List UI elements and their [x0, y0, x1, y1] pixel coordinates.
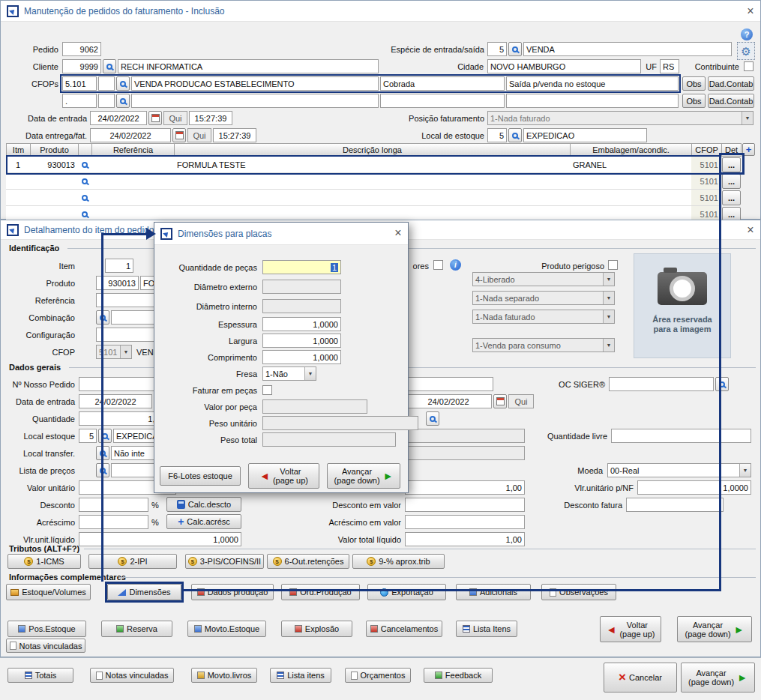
cidade-field[interactable]: NOVO HAMBURGO	[487, 59, 641, 73]
icms-button[interactable]: 1-ICMS	[7, 554, 81, 569]
data-entrada-calendar-button[interactable]	[148, 111, 162, 125]
local-estoque-desc-field[interactable]: EXPEDICAO	[523, 128, 647, 142]
acrescimo-valor-field[interactable]	[405, 515, 525, 529]
main-close-icon[interactable]	[744, 5, 757, 17]
notas-vinculadas-button[interactable]: Notas vinculadas	[6, 639, 85, 653]
data-entrada-calendar-button[interactable]	[493, 394, 507, 408]
cliente-name-field[interactable]: RECH INFORMATICA	[118, 59, 379, 73]
obs-button[interactable]: Obs	[682, 76, 706, 91]
local-estoque-lookup-button[interactable]	[98, 429, 112, 443]
out-retencoes-button[interactable]: 6-Out.retenções	[267, 554, 349, 569]
especie-lookup-button[interactable]	[508, 42, 522, 56]
detail-close-icon[interactable]	[744, 224, 757, 236]
lista-itens-button[interactable]: Lista Itens	[456, 621, 517, 637]
local-estoque-code-field[interactable]: 5	[79, 429, 97, 443]
data-entrega-calendar-button[interactable]	[172, 128, 186, 142]
fresa-combo[interactable]: 1-Não	[262, 366, 316, 381]
modal-voltar-button[interactable]: Voltar(page up)	[248, 463, 319, 489]
grid-cell-lookup[interactable]	[78, 190, 92, 206]
grid-cell-itm[interactable]	[6, 190, 31, 206]
cfop2-saida-field[interactable]	[506, 94, 679, 108]
ord-producao-button[interactable]: Ord.Produção	[281, 584, 360, 600]
grid-det-button[interactable]: ...	[722, 190, 741, 205]
especie-desc-field[interactable]: VENDA	[523, 42, 732, 56]
grid-cell-produto[interactable]	[30, 190, 79, 206]
observacoes-button[interactable]: Observações	[541, 584, 616, 600]
modal-close-icon[interactable]	[391, 227, 405, 239]
grid-cell-embalagem[interactable]	[570, 190, 692, 206]
cancelamentos-button[interactable]: Cancelamentos	[366, 621, 442, 637]
data-entrada-field[interactable]: 24/02/2022	[90, 111, 147, 125]
status-checkbox[interactable]	[433, 260, 443, 270]
avancar-button[interactable]: Avançar(page down)	[677, 616, 752, 642]
data-entrada-field-2[interactable]: 24/02/2022	[405, 394, 492, 408]
grid-cell-produto[interactable]	[30, 173, 79, 190]
grid-cell-referencia[interactable]	[91, 190, 175, 206]
quantidade-pecas-field[interactable]: 1	[262, 260, 341, 274]
dados-producao-button[interactable]: Dados produção	[191, 584, 274, 600]
feedback-button[interactable]: Feedback	[424, 668, 493, 683]
pis-cofins-button[interactable]: 3-PIS/COFINS/II	[185, 554, 264, 569]
cliente-lookup-button[interactable]	[103, 59, 116, 73]
dad-contab-button[interactable]: Dad.Contab	[708, 76, 754, 91]
vlr-unitario-nf-field[interactable]: 1,0000	[637, 480, 751, 495]
oc-siger-field[interactable]	[609, 377, 714, 391]
movto-livros-button[interactable]: Movto.livros	[191, 668, 257, 683]
obs2-button[interactable]: Obs	[682, 94, 706, 108]
calc-desconto-button[interactable]: Calc.descto	[166, 497, 241, 512]
cancelar-button[interactable]: Cancelar	[604, 663, 677, 693]
cfop2-sub-field[interactable]	[98, 94, 115, 108]
cfop2-desc-field[interactable]	[131, 94, 379, 108]
grid-cell-itm[interactable]	[6, 173, 31, 190]
desconto-fatura-field[interactable]	[626, 498, 724, 512]
exportacao-button[interactable]: Exportação	[367, 584, 446, 600]
help-icon[interactable]	[741, 28, 753, 40]
grid-cell-lookup[interactable]	[78, 173, 92, 190]
valor-total-field[interactable]: 1,00	[405, 480, 525, 495]
grid-cell-descricao[interactable]	[174, 190, 571, 206]
dad-contab2-button[interactable]: Dad.Contab	[708, 94, 754, 108]
cfop2-cobrada-field[interactable]	[380, 94, 505, 108]
voltar-button[interactable]: Voltar(page up)	[600, 616, 661, 642]
cliente-code-field[interactable]: 9999	[62, 59, 101, 73]
grid-det-button[interactable]: ...	[722, 174, 741, 189]
aprox-trib-button[interactable]: 9-% aprox.trib	[352, 554, 445, 569]
quantidade-livre-field[interactable]	[611, 429, 751, 443]
contribuinte-checkbox[interactable]	[744, 61, 754, 71]
especie-code-field[interactable]: 5	[487, 42, 507, 56]
moeda-combo[interactable]: 00-Real	[607, 463, 751, 477]
local-estoque-lookup-button[interactable]	[508, 128, 522, 142]
data-entrega-time-field[interactable]: 15:27:39	[213, 128, 256, 142]
totais-button[interactable]: Totais	[7, 668, 73, 683]
estoque-volumes-button[interactable]: Estoque/Volumes	[6, 584, 91, 600]
data-entrada-time-field[interactable]: 15:27:39	[189, 111, 232, 125]
largura-field[interactable]: 1,0000	[262, 334, 341, 348]
local-estoque-code-field[interactable]: 5	[487, 128, 507, 142]
espessura-field[interactable]: 1,0000	[262, 317, 341, 331]
cfop2-lookup-button[interactable]	[116, 94, 130, 108]
faturar-pecas-checkbox[interactable]	[262, 385, 272, 395]
data-entrega-field[interactable]: 24/02/2022	[90, 128, 171, 142]
grid-cell-descricao[interactable]	[174, 173, 571, 190]
avancar-bottom-button[interactable]: Avançar(page down)	[681, 663, 755, 693]
explosao-button[interactable]: Explosão	[281, 621, 352, 637]
notas-vinculadas-bottom-button[interactable]: Notas vinculadas	[90, 668, 174, 683]
lotes-estoque-button[interactable]: F6-Lotes estoque	[160, 466, 241, 486]
reserva-button[interactable]: Reserva	[101, 621, 172, 637]
grid-cell-embalagem[interactable]	[570, 173, 692, 190]
data-entrada-field[interactable]: 24/02/2022	[79, 394, 152, 408]
quantidade-lookup-button[interactable]	[426, 411, 439, 426]
grid-cell-cfop[interactable]: 5101	[691, 190, 722, 206]
lista-itens-bottom-button[interactable]: Lista itens	[270, 668, 331, 683]
info-icon[interactable]	[450, 259, 461, 271]
grid-cell-referencia[interactable]	[91, 173, 175, 190]
comprimento-field[interactable]: 1,0000	[262, 350, 341, 364]
pedido-field[interactable]: 9062	[62, 42, 101, 56]
orcamentos-button[interactable]: Orçamentos	[345, 668, 411, 683]
produto-perigoso-checkbox[interactable]	[608, 260, 618, 270]
modal-avancar-button[interactable]: Avançar(page down)	[327, 463, 400, 489]
desconto-field[interactable]	[79, 498, 148, 512]
settings-gearbox[interactable]	[737, 42, 755, 60]
uf-field[interactable]: RS	[660, 59, 679, 73]
oc-siger-lookup-button[interactable]	[715, 377, 729, 391]
